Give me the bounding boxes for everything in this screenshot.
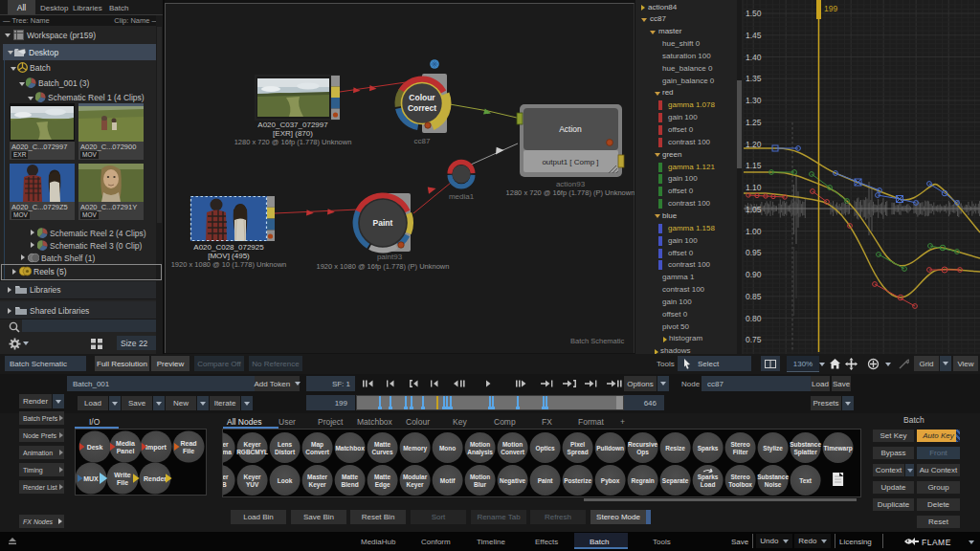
svg-text:Blur: Blur <box>474 481 486 488</box>
svg-text:Panel: Panel <box>117 448 135 454</box>
svg-text:0.90: 0.90 <box>746 270 762 279</box>
svg-text:Substance: Substance <box>790 441 821 448</box>
svg-text:Analysis: Analysis <box>467 449 493 456</box>
svg-text:Pulldown: Pulldown <box>596 445 624 452</box>
svg-text:Recursive: Recursive <box>628 441 657 448</box>
svg-text:A020_C028_072925: A020_C028_072925 <box>193 243 264 252</box>
svg-text:Optics: Optics <box>535 445 555 452</box>
svg-text:Text: Text <box>799 477 813 484</box>
svg-text:YUV: YUV <box>246 481 259 488</box>
svg-text:Convert: Convert <box>501 449 524 455</box>
svg-text:Media: Media <box>116 440 135 447</box>
svg-text:File: File <box>183 448 194 454</box>
svg-text:Spread: Spread <box>568 449 589 456</box>
svg-text:Curves: Curves <box>372 449 393 455</box>
svg-text:Look: Look <box>278 477 293 484</box>
svg-text:Motion: Motion <box>470 441 490 448</box>
svg-text:Toolbox: Toolbox <box>728 481 752 488</box>
svg-text:Chroma: Chroma <box>223 449 232 455</box>
svg-text:0.80: 0.80 <box>746 314 762 323</box>
svg-text:Read: Read <box>180 440 196 447</box>
svg-text:Matte: Matte <box>374 441 390 448</box>
svg-text:Distort: Distort <box>275 449 296 455</box>
svg-text:media1: media1 <box>449 192 475 201</box>
svg-text:Master: Master <box>307 474 327 480</box>
svg-text:Desk: Desk <box>87 444 103 451</box>
svg-text:Motion: Motion <box>502 441 523 448</box>
svg-text:1.35: 1.35 <box>746 74 762 83</box>
svg-text:0.75: 0.75 <box>746 335 762 344</box>
svg-text:1.50: 1.50 <box>746 9 762 18</box>
svg-text:1280 x 720 @ 16fp (1.778) (P): 1280 x 720 @ 16fp (1.778) (P) Unknown <box>506 188 635 197</box>
svg-text:1280 x 720 @ 16fp (1.778) Unk: 1280 x 720 @ 16fp (1.778) Unknown <box>234 138 352 146</box>
svg-text:Negative: Negative <box>500 477 525 485</box>
svg-text:Resize: Resize <box>665 445 685 452</box>
svg-text:Paint: Paint <box>373 218 393 228</box>
svg-text:Mono: Mono <box>439 445 456 452</box>
svg-text:Matchbox: Matchbox <box>335 445 365 452</box>
svg-text:paint93: paint93 <box>377 253 403 261</box>
svg-text:Stereo: Stereo <box>730 441 749 448</box>
svg-text:Sparks: Sparks <box>698 445 719 452</box>
svg-text:Lens: Lens <box>278 441 293 448</box>
svg-text:Import: Import <box>145 444 167 452</box>
svg-text:Stylize: Stylize <box>763 445 783 452</box>
svg-text:Filter: Filter <box>733 449 748 455</box>
svg-text:Motion: Motion <box>470 474 490 480</box>
svg-text:1.40: 1.40 <box>746 53 762 62</box>
svg-text:Colour: Colour <box>409 93 435 102</box>
svg-text:cc87: cc87 <box>414 137 431 145</box>
svg-text:1.05: 1.05 <box>746 205 762 214</box>
svg-text:Render: Render <box>144 475 167 482</box>
svg-text:Substance: Substance <box>757 474 789 480</box>
svg-text:Splatter: Splatter <box>793 449 817 456</box>
svg-text:Noise: Noise <box>765 481 782 488</box>
svg-text:A020_C037_072997: A020_C037_072997 <box>257 121 328 129</box>
svg-text:Paint: Paint <box>538 477 554 484</box>
svg-text:Correct: Correct <box>408 103 436 113</box>
svg-text:Ops: Ops <box>636 449 649 456</box>
svg-text:Action: Action <box>559 124 582 134</box>
svg-text:RGB: RGB <box>223 481 227 488</box>
svg-text:1920 x 1080 @ 10 (1.778) Unkn: 1920 x 1080 @ 10 (1.778) Unknown <box>171 260 287 269</box>
svg-text:199: 199 <box>824 4 837 13</box>
svg-text:1920 x 1080 @ 16fp (1.778) (P): 1920 x 1080 @ 16fp (1.778) (P) Unknown <box>317 262 450 271</box>
svg-text:MUX: MUX <box>83 475 99 482</box>
svg-text:Load: Load <box>701 481 716 488</box>
svg-text:Memory: Memory <box>403 445 427 452</box>
svg-text:Regrain: Regrain <box>631 477 654 485</box>
svg-text:Keyer: Keyer <box>309 481 327 489</box>
svg-text:Matte: Matte <box>374 474 390 480</box>
svg-text:action93: action93 <box>556 180 586 188</box>
svg-text:Convert: Convert <box>305 449 329 455</box>
svg-text:1.00: 1.00 <box>746 227 762 236</box>
svg-text:1.20: 1.20 <box>746 140 762 149</box>
svg-text:1.15: 1.15 <box>746 161 762 170</box>
svg-text:File: File <box>117 479 128 486</box>
svg-text:1.45: 1.45 <box>746 31 762 40</box>
svg-text:output1 [ Comp ]: output1 [ Comp ] <box>542 158 598 166</box>
svg-text:1.25: 1.25 <box>746 118 762 127</box>
svg-text:Posterize: Posterize <box>564 477 591 484</box>
svg-text:Edge: Edge <box>375 481 390 489</box>
svg-text:Write: Write <box>114 472 130 478</box>
svg-text:1.10: 1.10 <box>746 183 762 192</box>
svg-text:0.85: 0.85 <box>746 292 762 301</box>
svg-text:Modular: Modular <box>403 474 428 480</box>
svg-text:Separate: Separate <box>662 477 689 485</box>
svg-text:Pybox: Pybox <box>601 477 620 485</box>
svg-text:0.95: 0.95 <box>746 248 762 257</box>
svg-text:Matte: Matte <box>342 474 358 480</box>
svg-text:[MOV] (495): [MOV] (495) <box>208 252 250 260</box>
svg-text:Blend: Blend <box>342 481 359 488</box>
svg-text:RGBCMYL: RGBCMYL <box>236 449 268 455</box>
svg-text:Motif: Motif <box>440 477 456 484</box>
svg-text:Stereo: Stereo <box>730 474 749 480</box>
svg-text:1.30: 1.30 <box>746 96 762 105</box>
svg-text:Timewarp: Timewarp <box>823 445 852 452</box>
svg-text:Pixel: Pixel <box>570 441 585 448</box>
svg-text:Keyer: Keyer <box>407 481 425 489</box>
